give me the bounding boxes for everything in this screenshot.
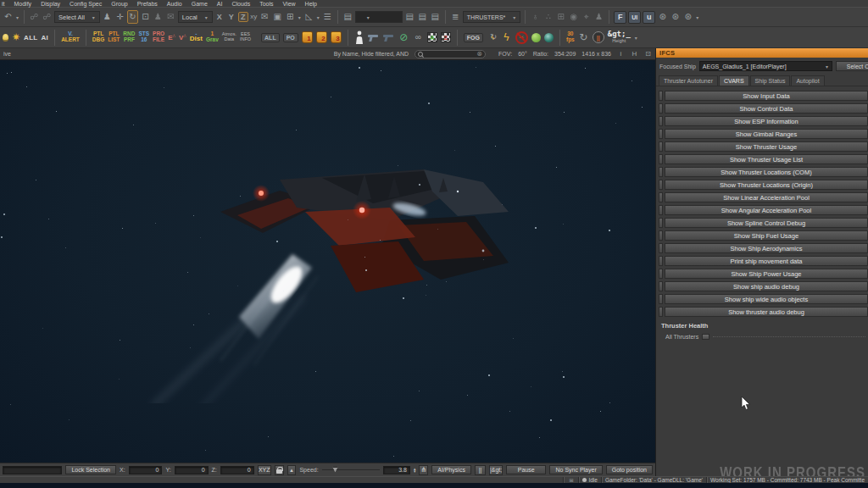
menu-item-display[interactable]: Display [41,1,60,7]
lightbulb-icon[interactable] [3,34,8,42]
export-doc-icon[interactable]: ▤ [404,10,415,24]
tab-cvars[interactable]: CVARS [719,75,749,86]
show-thruster-usage-list-button[interactable]: Show Thruster Usage List [665,154,868,164]
select-all-dropdown[interactable]: Select All ▾ [54,11,100,23]
scale-icon[interactable]: ⊡ [140,10,151,24]
nodes-icon[interactable]: ∴ [542,10,554,24]
console-height-button[interactable]: &gt;_ Height [608,30,631,43]
ifcs-panel-title[interactable]: IFCS [656,48,868,58]
coordinate-space-dropdown[interactable]: Local ▾ [178,11,213,23]
viewport-scene[interactable] [0,60,655,463]
pause-button[interactable]: Pause [506,465,546,474]
alert-button[interactable]: V. ALERT [61,31,80,43]
info-icon[interactable]: i [617,50,625,58]
no-entry-icon[interactable]: ⊘ [398,30,409,44]
menu-item-clouds[interactable]: Clouds [231,1,250,7]
list-icon[interactable]: ▤ [342,10,353,24]
profile-button[interactable]: PRO FILE [153,31,164,43]
step-icon-button[interactable]: |&gt; [489,465,503,475]
menu-item-modify[interactable]: Modify [14,1,32,7]
y-coord-field[interactable]: 0 [175,466,209,474]
clear-search-icon[interactable]: ⊗ [476,51,482,58]
move-icon[interactable]: ✛ [114,10,125,24]
pistol2-icon[interactable] [383,33,395,42]
goto-position-button[interactable]: Goto position [606,465,653,474]
lock-selection-button[interactable]: Lock Selection [65,465,116,474]
show-ship-wide-audio-objects-button[interactable]: Show ship wide audio objects [665,294,868,304]
pause-icon-button[interactable]: || [475,465,486,475]
resolution-value[interactable]: 1416 x 836 [581,51,611,57]
person-up-icon[interactable]: ♟ [593,10,604,24]
show-angular-acceleration-pool-button[interactable]: Show Angular Acceleration Pool [665,205,868,215]
selection-name-field[interactable] [3,466,62,474]
dist-button[interactable]: ⌄ Dist [190,31,203,43]
axis-z-button[interactable]: Z [238,12,248,22]
height-caret-icon[interactable]: ▾ [634,35,638,41]
spark-cycle-icon[interactable]: ↻ϟ [487,30,498,44]
angle-snap-icon[interactable]: ◺ [303,10,314,24]
search-box[interactable]: ⊗ [415,50,486,58]
all-chip-button[interactable]: ALL [261,33,280,42]
show-ship-aerodynamics-button[interactable]: Show Ship Aerodynamics [665,243,868,253]
bucket-3-icon[interactable]: 3 [331,31,342,43]
speed-slider[interactable] [322,466,380,474]
focused-ship-dropdown[interactable]: AEGS_Gladius_1 [EditorPlayer] ▾ [699,61,832,71]
envelope-icon[interactable]: ✉ [259,10,270,24]
link-icon[interactable]: ☍ [29,10,40,24]
ui-editor-button[interactable]: UI [628,11,641,24]
all-thrusters-slider-handle[interactable] [702,334,709,340]
pause-circle-icon[interactable]: || [593,31,604,43]
unlink-icon[interactable]: ☍ [42,10,53,24]
grid-snap-icon[interactable]: ⊞ [285,10,296,24]
speed-value-field[interactable]: 3.8 [383,466,410,474]
show-input-data-button[interactable]: Show Input Data [665,91,868,101]
menu-item-audio[interactable]: Audio [167,1,182,7]
race-flag-a-icon[interactable]: A [427,32,437,42]
tab-ship-status[interactable]: Ship Status [750,75,791,86]
select-person-icon[interactable]: ♟ [153,10,164,24]
person-icon[interactable] [354,30,364,44]
filter-mode-label[interactable]: By Name, Hide filtered, AND [334,51,409,57]
show-ship-power-usage-button[interactable]: Show Ship Power Usage [665,269,868,279]
ratio-value[interactable]: 354:209 [554,51,576,57]
menu-item-game[interactable]: Game [192,1,208,7]
menu-item-group[interactable]: Group [111,1,127,7]
show-thruster-locations-origin-button[interactable]: Show Thruster Locations (Origin) [665,180,868,190]
bucket-1-icon[interactable]: 1 [302,31,313,43]
u-tool-button[interactable]: u [643,11,655,24]
follow-terrain-button[interactable]: ▲ [287,465,297,475]
menu-item-help[interactable]: Help [305,1,317,7]
selection-set-dropdown[interactable]: ▾ [355,11,403,23]
rnd-prf-button[interactable]: RND PRF [123,31,135,43]
atom-tool2-icon[interactable]: ⊛ [670,10,681,24]
show-ship-audio-debug-button[interactable]: Show ship audio debug [665,281,868,291]
fov-value[interactable]: 60° [518,51,527,57]
atmos-data-button[interactable]: Atmos. Data [222,32,236,42]
align-icon[interactable]: ☰ [322,10,333,24]
all-toggle-button[interactable]: ALL [24,34,37,42]
atom-tool3-icon[interactable]: ⊛ [682,10,693,24]
race-flag-2-icon[interactable]: 2 [441,32,451,42]
gauge-icon[interactable]: ⌖ [581,10,592,24]
angle-snap-caret-icon[interactable]: ▾ [316,14,320,20]
grid-tool-icon[interactable]: ⊞ [555,10,566,24]
lock-axis-button[interactable] [275,465,284,475]
fps-cap-button[interactable]: 30 fps [566,31,575,43]
import-doc-icon[interactable]: ▤ [417,10,428,24]
fog-button[interactable]: FOG [464,33,483,42]
menu-item-view[interactable]: View [283,1,296,7]
maximize-icon[interactable]: ⊡ [644,50,652,58]
bucket-2-icon[interactable]: 2 [316,31,327,43]
ai-physics-button[interactable]: AI/Physics [431,465,471,474]
show-thruster-locations-com-button[interactable]: Show Thruster Locations (COM) [665,167,868,177]
spin-down-icon[interactable]: ▾ [414,470,416,473]
menu-item-edit[interactable]: it [2,1,5,7]
tab-thruster-autotuner[interactable]: Thruster Autotuner [659,75,718,86]
flatten-icon[interactable]: ✉ [165,10,176,24]
sync-doc-icon[interactable]: ▤ [430,10,441,24]
grid-snap-caret-icon[interactable]: ▾ [298,14,302,20]
goggles-icon[interactable]: ∞ [413,30,424,44]
search-input[interactable] [425,51,475,57]
flowgraph-button[interactable]: F [614,11,626,24]
show-spline-control-debug-button[interactable]: Show Spline Control Debug [665,218,868,228]
